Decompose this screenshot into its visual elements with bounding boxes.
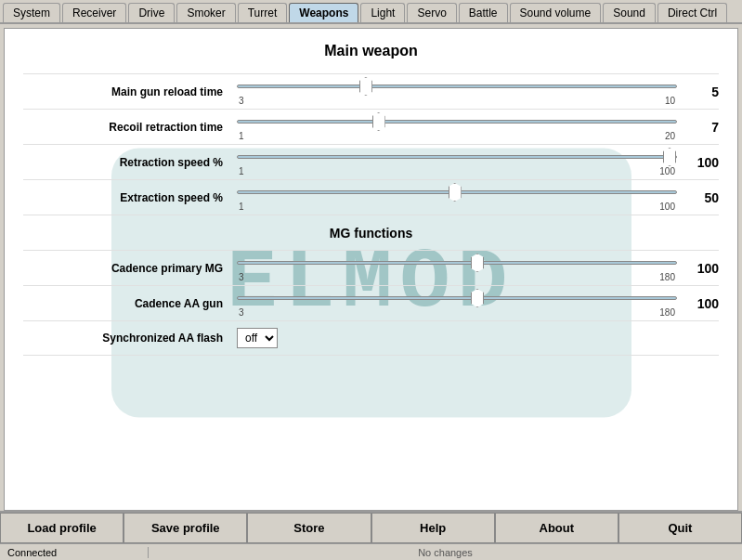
slider-min-cadence-primary: 3 bbox=[239, 272, 244, 282]
value-recoil-retraction: 7 bbox=[677, 120, 719, 135]
row-extraction-speed: Extraction speed % 1 100 50 bbox=[23, 179, 719, 215]
slider-labels-extraction-speed: 1 100 bbox=[237, 202, 677, 212]
slider-labels-cadence-aa: 3 180 bbox=[237, 307, 677, 318]
row-cadence-aa-gun: Cadence AA gun 3 180 100 bbox=[23, 285, 719, 320]
subsection-title-mg: MG functions bbox=[330, 226, 412, 241]
slider-min-retraction-speed: 1 bbox=[239, 166, 244, 176]
slider-min-recoil: 1 bbox=[239, 131, 244, 141]
status-bar: Connected No changes bbox=[0, 543, 742, 560]
value-main-gun-reload: 5 bbox=[677, 85, 719, 99]
label-recoil-retraction: Recoil retraction time bbox=[23, 121, 237, 134]
slider-track-extraction-speed bbox=[237, 183, 677, 202]
help-button[interactable]: Help bbox=[371, 513, 495, 543]
slider-track-cadence-aa bbox=[237, 289, 677, 307]
status-connected: Connected bbox=[0, 547, 149, 558]
about-button[interactable]: About bbox=[495, 513, 618, 543]
slider-min-extraction-speed: 1 bbox=[239, 202, 244, 212]
slider-retraction-speed[interactable] bbox=[237, 155, 677, 159]
row-sync-aa-flash: Synchronized AA flash off on bbox=[23, 320, 719, 356]
value-retraction-speed: 100 bbox=[677, 155, 719, 170]
store-button[interactable]: Store bbox=[247, 513, 371, 543]
slider-track-reload bbox=[237, 77, 677, 96]
value-cadence-primary-mg: 100 bbox=[677, 261, 719, 276]
tab-sound[interactable]: Sound bbox=[603, 3, 656, 22]
section-title: Main weapon bbox=[23, 43, 719, 59]
slider-container-cadence-primary: 3 180 bbox=[237, 252, 677, 284]
slider-extraction-speed[interactable] bbox=[237, 190, 677, 194]
tab-battle[interactable]: Battle bbox=[459, 3, 508, 22]
slider-container-recoil: 1 20 bbox=[237, 111, 677, 143]
slider-main-gun-reload[interactable] bbox=[237, 85, 677, 88]
slider-cadence-primary-mg[interactable] bbox=[237, 261, 677, 265]
slider-max-reload: 10 bbox=[665, 96, 675, 106]
tab-servo[interactable]: Servo bbox=[407, 3, 456, 22]
row-main-gun-reload: Main gun reload time 3 10 5 bbox=[23, 73, 719, 109]
quit-button[interactable]: Quit bbox=[618, 513, 742, 543]
slider-max-retraction-speed: 100 bbox=[659, 166, 675, 176]
row-retraction-speed: Retraction speed % 1 100 100 bbox=[23, 144, 719, 179]
slider-labels-cadence-primary: 3 180 bbox=[237, 272, 677, 282]
slider-min-cadence-aa: 3 bbox=[239, 307, 244, 318]
tab-smoker[interactable]: Smoker bbox=[176, 3, 235, 22]
slider-recoil-retraction[interactable] bbox=[237, 120, 677, 124]
slider-container-retraction-speed: 1 100 bbox=[237, 146, 677, 178]
label-cadence-aa-gun: Cadence AA gun bbox=[23, 297, 237, 310]
slider-labels-recoil: 1 20 bbox=[237, 131, 677, 141]
save-profile-button[interactable]: Save profile bbox=[124, 513, 247, 543]
subsection-mg: MG functions bbox=[23, 215, 719, 250]
label-extraction-speed: Extraction speed % bbox=[23, 191, 237, 204]
tab-turret[interactable]: Turret bbox=[238, 3, 288, 22]
sync-aa-flash-select[interactable]: off on bbox=[237, 328, 278, 348]
tab-drive[interactable]: Drive bbox=[128, 3, 175, 22]
row-cadence-primary-mg: Cadence primary MG 3 180 100 bbox=[23, 250, 719, 285]
tab-sound-volume[interactable]: Sound volume bbox=[510, 3, 602, 22]
tab-weapons[interactable]: Weapons bbox=[289, 3, 358, 22]
slider-max-cadence-primary: 180 bbox=[659, 272, 675, 282]
label-main-gun-reload: Main gun reload time bbox=[23, 85, 237, 98]
slider-max-extraction-speed: 100 bbox=[659, 202, 675, 212]
slider-container-extraction-speed: 1 100 bbox=[237, 181, 677, 214]
slider-max-recoil: 20 bbox=[665, 131, 675, 141]
tab-direct-ctrl[interactable]: Direct Ctrl bbox=[657, 3, 727, 22]
label-cadence-primary-mg: Cadence primary MG bbox=[23, 262, 237, 275]
value-extraction-speed: 50 bbox=[677, 190, 719, 205]
tab-bar: System Receiver Drive Smoker Turret Weap… bbox=[0, 0, 742, 24]
slider-track-recoil bbox=[237, 112, 677, 131]
load-profile-button[interactable]: Load profile bbox=[0, 513, 124, 543]
button-bar: Load profile Save profile Store Help Abo… bbox=[0, 511, 742, 543]
slider-container-reload: 3 10 bbox=[237, 75, 677, 108]
slider-labels-retraction-speed: 1 100 bbox=[237, 166, 677, 176]
tab-system[interactable]: System bbox=[3, 3, 60, 22]
slider-max-cadence-aa: 180 bbox=[659, 307, 675, 318]
slider-min-reload: 3 bbox=[239, 96, 244, 106]
slider-labels-reload: 3 10 bbox=[237, 96, 677, 106]
tab-light[interactable]: Light bbox=[360, 3, 405, 22]
slider-container-cadence-aa: 3 180 bbox=[237, 287, 677, 319]
value-cadence-aa-gun: 100 bbox=[677, 296, 719, 311]
slider-cadence-aa-gun[interactable] bbox=[237, 296, 677, 300]
tab-receiver[interactable]: Receiver bbox=[62, 3, 126, 22]
label-retraction-speed: Retraction speed % bbox=[23, 156, 237, 169]
row-recoil-retraction: Recoil retraction time 1 20 7 bbox=[23, 109, 719, 144]
slider-track-cadence-primary bbox=[237, 254, 677, 272]
label-sync-aa-flash: Synchronized AA flash bbox=[23, 332, 237, 345]
status-changes: No changes bbox=[149, 547, 742, 558]
bottom-bar: Load profile Save profile Store Help Abo… bbox=[0, 511, 742, 560]
slider-track-retraction-speed bbox=[237, 148, 677, 166]
main-content: ELMOD Main weapon Main gun reload time 3… bbox=[4, 28, 738, 511]
